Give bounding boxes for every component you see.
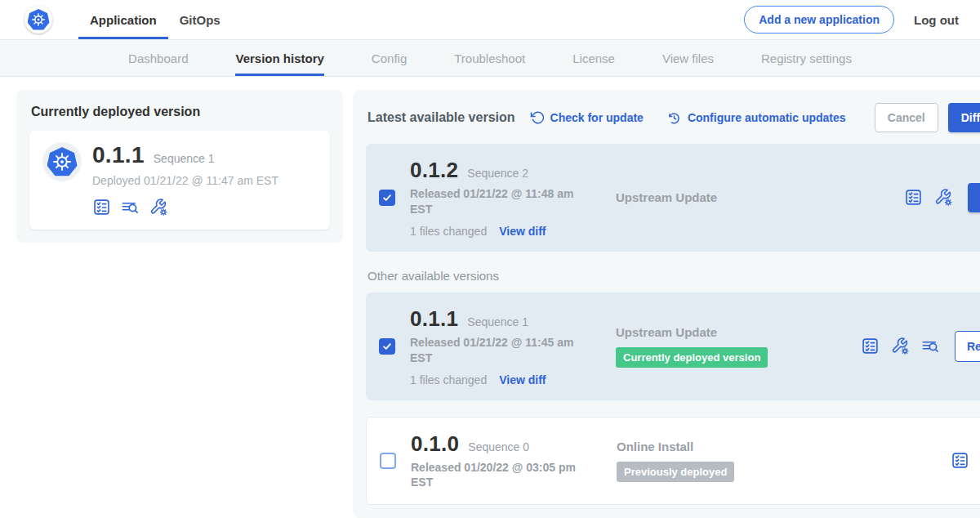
kubernetes-heptagon-icon [47, 147, 78, 176]
view-diff-link[interactable]: View diff [499, 373, 546, 386]
currently-deployed-badge: Currently deployed version [616, 347, 768, 368]
clock-refresh-icon [666, 110, 682, 126]
refresh-icon [530, 110, 545, 125]
released-timestamp: Released 01/21/22 @ 11:48 am EST [410, 186, 580, 217]
sequence-label: Sequence 2 [467, 167, 528, 180]
version-source-label: Upstream Update [616, 325, 861, 339]
cancel-button[interactable]: Cancel [875, 103, 938, 132]
sequence-label: Sequence 1 [467, 315, 528, 328]
wrench-gear-config-icon[interactable] [933, 188, 953, 207]
tab-dashboard[interactable]: Dashboard [128, 40, 188, 76]
app-subnav: Dashboard Version history Config Trouble… [0, 40, 980, 77]
topnav-tab-gitops[interactable]: GitOps [168, 0, 232, 39]
kubernetes-heptagon-icon [28, 9, 50, 30]
release-notes-checklist-icon[interactable] [92, 198, 111, 217]
release-notes-checklist-icon[interactable] [951, 451, 969, 470]
diff-releases-button[interactable]: Diff releases [948, 103, 980, 132]
version-source-label: Upstream Update [616, 190, 861, 204]
app-logo [42, 142, 82, 181]
version-card-0-1-1: 0.1.1 Sequence 1 Released 01/21/22 @ 11:… [366, 292, 980, 400]
tab-view-files[interactable]: View files [662, 40, 714, 76]
deploy-button[interactable]: Deploy [968, 183, 980, 212]
version-checkbox[interactable] [380, 453, 396, 469]
tab-license[interactable]: License [572, 40, 615, 76]
currently-deployed-card: 0.1.1 Sequence 1 Deployed 01/21/22 @ 11:… [29, 131, 330, 230]
previously-deployed-badge: Previously deployed [617, 462, 734, 482]
release-notes-checklist-icon[interactable] [861, 337, 880, 355]
files-changed-label: 1 files changed [410, 373, 487, 386]
version-source-label: Online Install [617, 440, 862, 453]
redeploy-button[interactable]: Redeploy [955, 331, 980, 362]
view-diff-link[interactable]: View diff [499, 225, 546, 238]
tab-registry-settings[interactable]: Registry settings [761, 40, 852, 76]
wrench-gear-config-icon[interactable] [890, 337, 910, 355]
currently-deployed-title: Currently deployed version [31, 105, 330, 119]
currently-deployed-panel: Currently deployed version [16, 90, 343, 243]
version-checkbox[interactable] [379, 190, 395, 206]
deployed-timestamp: Deployed 01/21/22 @ 11:47 am EST [92, 174, 278, 187]
version-number: 0.1.2 [410, 158, 458, 183]
version-number: 0.1.0 [411, 431, 459, 457]
released-timestamp: Released 01/21/22 @ 11:45 am EST [410, 335, 580, 366]
wrench-gear-config-icon[interactable] [149, 198, 168, 217]
tab-troubleshoot[interactable]: Troubleshoot [454, 40, 525, 76]
latest-available-title: Latest available version [368, 110, 515, 125]
version-history-panel: Latest available version Check for updat… [353, 90, 980, 518]
check-for-update-link[interactable]: Check for update [530, 110, 644, 125]
logout-button[interactable]: Log out [914, 13, 959, 27]
top-navbar: Application GitOps Add a new application… [0, 0, 980, 40]
version-card-0-1-2: 0.1.2 Sequence 2 Released 01/21/22 @ 11:… [366, 144, 980, 252]
check-icon [381, 192, 393, 203]
logs-magnifier-icon[interactable] [120, 198, 140, 217]
configure-automatic-updates-link[interactable]: Configure automatic updates [666, 110, 846, 126]
deployed-version-number: 0.1.1 [92, 142, 145, 168]
topnav-tab-application[interactable]: Application [78, 0, 168, 39]
helm-wheel-icon [29, 11, 47, 29]
deployed-sequence-label: Sequence 1 [154, 152, 215, 165]
logs-magnifier-icon[interactable] [920, 337, 940, 355]
add-new-application-button[interactable]: Add a new application [744, 6, 894, 33]
release-notes-checklist-icon[interactable] [904, 188, 923, 207]
helm-wheel-icon [50, 150, 74, 174]
tab-version-history[interactable]: Version history [235, 40, 323, 76]
version-card-0-1-0: 0.1.0 Sequence 0 Released 01/20/22 @ 03:… [366, 417, 980, 506]
version-number: 0.1.1 [410, 306, 458, 332]
tab-config[interactable]: Config [372, 40, 407, 76]
released-timestamp: Released 01/20/22 @ 03:05 pm EST [411, 460, 581, 491]
main-content: Currently deployed version [0, 77, 980, 518]
check-icon [381, 341, 393, 352]
sequence-label: Sequence 0 [468, 440, 529, 453]
version-checkbox[interactable] [379, 338, 395, 355]
files-changed-label: 1 files changed [410, 225, 487, 238]
other-versions-title: Other available versions [368, 269, 980, 283]
kubernetes-logo[interactable] [24, 6, 52, 33]
